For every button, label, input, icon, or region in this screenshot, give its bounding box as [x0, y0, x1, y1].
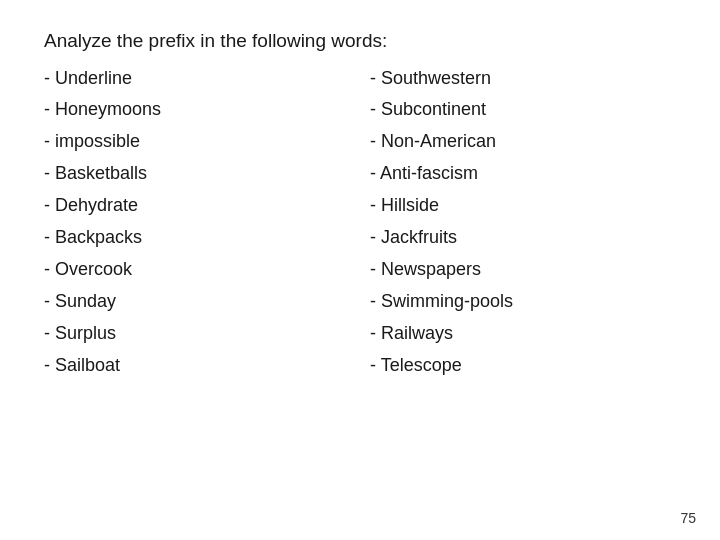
- list-item: - Non-American: [370, 128, 676, 156]
- page-container: Analyze the prefix in the following word…: [0, 0, 720, 540]
- page-title: Analyze the prefix in the following word…: [44, 28, 676, 55]
- list-item: - Dehydrate: [44, 192, 350, 220]
- list-item: - Swimming-pools: [370, 288, 676, 316]
- list-item: - Jackfruits: [370, 224, 676, 252]
- list-item: - Sailboat: [44, 352, 350, 380]
- page-number: 75: [680, 510, 696, 526]
- list-item: - Railways: [370, 320, 676, 348]
- list-item: - Newspapers: [370, 256, 676, 284]
- list-item: - Sunday: [44, 288, 350, 316]
- words-grid: - Underline - Southwestern - Honeymoons …: [44, 65, 676, 380]
- list-item: - Hillside: [370, 192, 676, 220]
- list-item: - Telescope: [370, 352, 676, 380]
- list-item: - Subcontinent: [370, 96, 676, 124]
- list-item: - Basketballs: [44, 160, 350, 188]
- list-item: - Surplus: [44, 320, 350, 348]
- list-item: - Honeymoons: [44, 96, 350, 124]
- list-item: - Overcook: [44, 256, 350, 284]
- list-item: - impossible: [44, 128, 350, 156]
- list-item: - Backpacks: [44, 224, 350, 252]
- list-item: - Southwestern: [370, 65, 676, 93]
- list-item: - Anti-fascism: [370, 160, 676, 188]
- list-item: - Underline: [44, 65, 350, 93]
